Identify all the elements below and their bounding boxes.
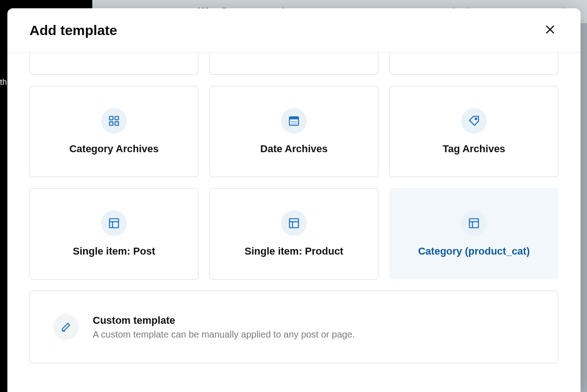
template-label: Single item: Post <box>73 245 155 257</box>
svg-point-7 <box>294 121 294 122</box>
template-grid: Category Archives Date Archives Tag Arch… <box>30 53 558 363</box>
template-card-custom[interactable]: Custom template A custom template can be… <box>30 291 558 363</box>
template-label: Category Archives <box>69 143 159 155</box>
svg-point-11 <box>295 123 296 124</box>
svg-point-8 <box>295 121 296 122</box>
template-card-partial-3[interactable] <box>389 53 558 75</box>
tag-icon <box>461 108 487 134</box>
template-card-single-post[interactable]: Single item: Post <box>30 188 198 279</box>
svg-rect-13 <box>109 219 119 228</box>
svg-rect-16 <box>289 219 299 228</box>
calendar-icon <box>281 108 307 134</box>
add-template-modal: Add template Category Archives <box>7 8 581 392</box>
svg-rect-2 <box>109 122 113 125</box>
custom-template-desc: A custom template can be manually applie… <box>93 329 355 340</box>
svg-rect-1 <box>115 116 119 120</box>
pencil-icon <box>53 314 79 340</box>
custom-template-title: Custom template <box>93 315 355 327</box>
template-card-date-archives[interactable]: Date Archives <box>210 86 378 177</box>
svg-point-6 <box>292 121 293 122</box>
modal-header: Add template <box>7 8 581 53</box>
close-icon <box>544 23 557 37</box>
svg-rect-0 <box>109 116 113 120</box>
template-label: Tag Archives <box>443 143 505 155</box>
modal-title: Add template <box>30 23 117 38</box>
template-label: Category (product_cat) <box>418 245 530 257</box>
template-card-product-cat[interactable]: Category (product_cat) <box>389 188 558 279</box>
template-card-partial-1[interactable] <box>30 53 198 75</box>
svg-rect-19 <box>469 219 479 228</box>
layout-icon <box>461 210 487 236</box>
template-card-category-archives[interactable]: Category Archives <box>30 86 198 177</box>
template-card-tag-archives[interactable]: Tag Archives <box>389 86 558 177</box>
svg-point-12 <box>475 118 477 119</box>
template-label: Date Archives <box>260 143 328 155</box>
sidebar-clipped-text: th <box>0 77 7 87</box>
modal-body: Category Archives Date Archives Tag Arch… <box>7 53 581 392</box>
layout-icon <box>101 210 127 236</box>
svg-point-10 <box>294 123 294 124</box>
template-card-partial-2[interactable] <box>210 53 378 75</box>
svg-rect-5 <box>289 117 299 119</box>
svg-rect-3 <box>115 122 119 125</box>
close-button[interactable] <box>542 21 558 39</box>
grid-icon <box>101 108 127 134</box>
template-card-single-product[interactable]: Single item: Product <box>210 188 378 279</box>
svg-point-9 <box>292 123 293 124</box>
layout-icon <box>281 210 307 236</box>
custom-template-text: Custom template A custom template can be… <box>93 315 355 340</box>
template-label: Single item: Product <box>245 245 343 257</box>
